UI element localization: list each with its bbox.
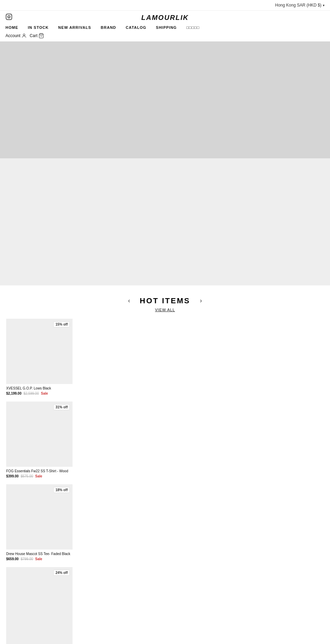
sale-label-1: Sale	[41, 392, 48, 395]
nav-shipping[interactable]: SHIPPING	[156, 25, 177, 30]
cart-link[interactable]: Cart	[30, 33, 44, 38]
product-card-1[interactable]: 15% off XVESSEL G.O.P. Lows Black $2,199…	[6, 319, 73, 395]
site-logo[interactable]: LAMOURLIK	[141, 14, 189, 22]
prev-arrow-button[interactable]: ‹	[125, 296, 133, 306]
account-cart-bar: Account Cart	[6, 32, 324, 41]
cart-icon	[38, 33, 44, 38]
instagram-icon[interactable]	[6, 13, 12, 22]
discount-badge-4: 24% off	[53, 570, 70, 576]
sale-label-2: Sale	[35, 474, 42, 478]
hot-items-title: HOT ITEMS	[140, 296, 190, 305]
original-price-2: $575.00	[21, 474, 33, 478]
svg-point-3	[23, 34, 25, 36]
svg-rect-0	[6, 14, 12, 20]
account-icon	[21, 33, 27, 38]
next-arrow-button[interactable]: ›	[197, 296, 205, 306]
main-nav: HOME IN STOCK NEW ARRIVALS BRAND CATALOG…	[6, 23, 324, 32]
product-card-3[interactable]: 18% off Drew House Mascot SS Tee- Faded …	[6, 484, 73, 561]
nav-top: LAMOURLIK	[6, 11, 324, 23]
nav-wrapper: LAMOURLIK HOME IN STOCK NEW ARRIVALS BRA…	[0, 11, 330, 42]
current-price-1: $2,199.00	[6, 392, 22, 395]
product-name-1: XVESSEL G.O.P. Lows Black	[6, 386, 73, 391]
product-name-3: Drew House Mascot SS Tee- Faded Black	[6, 552, 73, 556]
nav-catalog[interactable]: CATALOG	[126, 25, 146, 30]
nav-japanese[interactable]: □□□□□	[186, 25, 199, 30]
hero-banner	[0, 42, 330, 158]
hot-items-section: ‹ HOT ITEMS › VIEW ALL 15% off XVESSEL G…	[0, 285, 330, 644]
discount-badge-2: 31% off	[53, 404, 70, 410]
hot-items-header: ‹ HOT ITEMS ›	[6, 296, 324, 306]
current-price-2: $399.00	[6, 474, 19, 478]
nav-brand[interactable]: BRAND	[101, 25, 116, 30]
secondary-banner	[0, 158, 330, 285]
product-prices-3: $659.00 $799.00 Sale	[6, 557, 73, 561]
current-price-3: $659.00	[6, 557, 19, 561]
discount-badge-3: 18% off	[53, 487, 70, 493]
cart-label: Cart	[30, 33, 37, 38]
product-card-4[interactable]: 24% off	[6, 567, 73, 644]
original-price-3: $799.00	[21, 557, 33, 561]
nav-new-arrivals[interactable]: NEW ARRIVALS	[58, 25, 91, 30]
product-prices-2: $399.00 $575.00 Sale	[6, 474, 73, 478]
region-label: Hong Kong SAR (HKD $)	[275, 3, 321, 8]
product-image-2: 31% off	[6, 402, 73, 467]
product-card-2[interactable]: 31% off FOG Essentials Fw22 SS T-Shirt -…	[6, 402, 73, 478]
top-bar: Hong Kong SAR (HKD $) ▾	[0, 0, 330, 11]
product-image-1: 15% off	[6, 319, 73, 384]
original-price-1: $2,599.00	[24, 392, 39, 395]
nav-in-stock[interactable]: IN STOCK	[28, 25, 48, 30]
svg-point-2	[10, 15, 11, 15]
nav-links: HOME IN STOCK NEW ARRIVALS BRAND CATALOG…	[6, 23, 324, 32]
region-selector[interactable]: Hong Kong SAR (HKD $) ▾	[275, 3, 324, 8]
account-label: Account	[6, 33, 20, 38]
nav-home[interactable]: HOME	[6, 25, 18, 30]
product-image-4: 24% off	[6, 567, 73, 644]
products-grid: 15% off XVESSEL G.O.P. Lows Black $2,199…	[6, 319, 324, 644]
svg-point-1	[8, 16, 10, 18]
account-link[interactable]: Account	[6, 33, 27, 38]
product-prices-1: $2,199.00 $2,599.00 Sale	[6, 392, 73, 395]
chevron-down-icon: ▾	[323, 3, 324, 7]
view-all-link[interactable]: VIEW ALL	[6, 308, 324, 312]
product-image-3: 18% off	[6, 484, 73, 550]
discount-badge-1: 15% off	[53, 321, 70, 327]
product-name-2: FOG Essentials Fw22 SS T-Shirt - Wood	[6, 469, 73, 473]
sale-label-3: Sale	[35, 557, 42, 561]
